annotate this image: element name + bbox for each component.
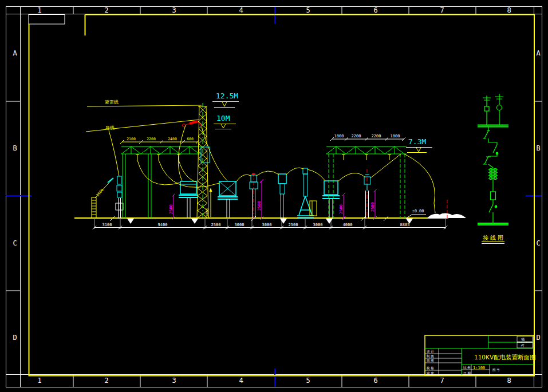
grid-col-label: 8 [507,6,511,14]
grid-col-label: 4 [239,6,243,14]
svg-text:1800: 1800 [391,134,400,138]
outer-border [6,7,542,387]
svg-text:1800: 1800 [334,134,344,138]
svg-text:7.3M: 7.3M [408,137,426,146]
pt-branch [495,94,503,125]
scale-value: 1:100 [473,366,485,370]
grid-row-label: C [13,239,17,247]
right-gantry-dims: 1800 2200 2200 1800 [330,134,405,141]
sheet-frame [6,7,542,387]
svg-text:2200: 2200 [147,137,156,141]
grid-row-label: A [13,49,17,57]
grid-labels: 1 2 3 4 5 6 7 8 1 2 3 4 5 6 7 8 A B C D … [13,6,541,385]
tb-row-label-5: 审 定 [427,371,434,375]
sheet-field-box-2 [517,343,533,349]
svg-text:8885: 8885 [400,223,410,227]
grid-col-label: 2 [104,6,108,14]
grid-row-label: B [13,144,17,152]
svg-text:2500: 2500 [370,202,375,212]
grid-row-label: D [13,334,17,342]
equipment-b-transformer [218,181,238,218]
grid-col-label: 5 [306,6,310,14]
svg-text:2500: 2500 [211,223,221,227]
tb-row-label-1: 设 计 [427,350,434,353]
grid-row-label: D [536,334,540,342]
svg-text:2500: 2500 [257,201,262,211]
tb-row-label-2: 制 图 [427,354,434,358]
section-drawing: 避雷线 导线 2500 [74,92,466,229]
grid-row-label: C [536,239,540,247]
level-zero-marker: ±0.00 [407,209,426,218]
svg-text:2100: 2100 [127,137,136,141]
drawing-border [29,15,535,376]
grid-col-label: 4 [239,377,243,385]
tb-row-label-3: 描 图 [427,359,434,363]
grid-col-label: 1 [37,377,41,385]
device-box [491,192,496,200]
sheet-field-1: 项 [521,337,525,341]
equipment-g-insulator [364,169,370,219]
drawing-no-label: 图 号 [492,368,500,372]
svg-text:接线图: 接线图 [483,235,505,241]
grid-col-label: 2 [104,377,108,385]
grid-col-label: 6 [373,6,377,14]
band-lines [6,7,542,387]
svg-text:2400: 2400 [168,137,177,141]
incoming-drop-wire [109,130,119,176]
sheet-field-box-1 [517,336,533,342]
conductor-label: 导线 [105,125,115,130]
svg-text:2500: 2500 [169,204,174,214]
svg-text:2200: 2200 [372,134,381,138]
termination-pole [116,176,123,218]
svg-text:2500: 2500 [339,204,344,214]
grid-row-label: A [536,49,541,57]
svg-text:10M: 10M [216,114,230,122]
equipment-f-transformer [322,181,340,218]
dim-eq-g: 2500 [370,189,377,220]
left-gantry-hangers [136,155,180,160]
drawing-title: 110KV配电装置断面图 [474,354,536,361]
grid-col-label: 3 [172,6,176,14]
tb-row-label-4: 校 核 [426,366,434,370]
grid-col-label: 3 [172,377,176,385]
svg-text:12.5M: 12.5M [216,92,238,100]
shield-wire [87,105,202,106]
equipment-e-arrester [297,168,317,217]
svg-text:3400: 3400 [205,208,210,217]
breaker-switch [488,142,498,156]
mast-insulator-tick [108,178,113,183]
scale-label: 比 例 [463,366,471,370]
title-block: 项 件 110KV配电装置断面图 设 计 制 图 描 图 校 核 审 定 比 例… [425,335,536,375]
grid-col-label: 7 [440,6,444,14]
equipment-d-breaker [278,174,286,218]
busbar-top [478,125,508,127]
dim-eq-a: 2500 [169,193,175,220]
ladder-mast [92,179,113,218]
date-label: 日 期 [463,371,471,375]
ct-symbol [488,168,498,192]
svg-text:3000: 3000 [235,223,245,227]
svg-text:2500: 2500 [289,223,298,227]
svg-text:±0.00: ±0.00 [412,209,424,213]
disconnector-1 [483,126,490,142]
svg-text:600: 600 [187,137,194,141]
sheet-field-2: 件 [521,343,525,347]
left-gantry-dims: 2100 2200 2400 600 [120,137,199,144]
grid-row-label: B [536,144,540,152]
grid-col-label: 8 [507,377,511,385]
center-marks [6,7,542,387]
svg-text:3000: 3000 [262,223,272,227]
schematic-caption: 接线图 [482,235,505,244]
dim-eq-c: 2500 [257,179,263,220]
shield-wire-label: 避雷线 [105,100,119,105]
dim-eq-f: 2500 [339,193,345,220]
cad-sheet: 1 2 3 4 5 6 7 8 1 2 3 4 5 6 7 8 A B C D … [0,0,548,392]
dimension-chain: 3100 9400 2500 3000 3000 2500 3000 4000 … [93,219,447,229]
grid-col-label: 6 [373,377,377,385]
right-gantry-hangers [342,155,391,160]
arrester-branch [483,96,491,125]
svg-text:2200: 2200 [352,134,361,138]
elevation-mark-7-3m: 7.3M [406,137,432,153]
disconnector-3 [489,200,497,223]
marshalling-cabinet [310,201,317,216]
